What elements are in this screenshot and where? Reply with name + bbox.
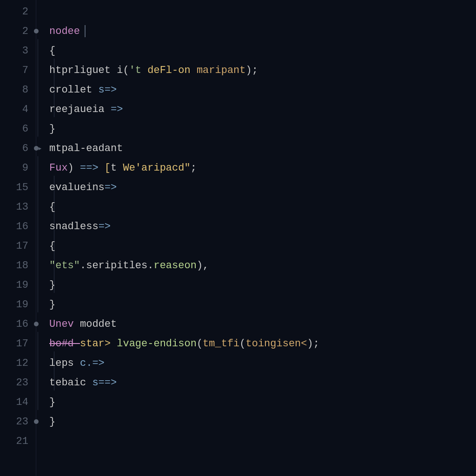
ident-token: reejaueia [49, 104, 105, 115]
paren-token: ( [123, 65, 129, 76]
ident-token: snadless [49, 221, 99, 232]
brace-token: } [49, 416, 55, 428]
gutter-row: 13 [0, 197, 36, 217]
gutter-row: 19 [0, 295, 36, 314]
code-line[interactable]: htprliguet i('t deFl-on maripant); [49, 60, 476, 80]
param-token: toingisen< [246, 338, 307, 350]
punct-token: ), [197, 260, 209, 271]
keyword-token: bo#d [49, 338, 80, 350]
code-line[interactable]: { [49, 236, 476, 256]
ident-token: evalueins [49, 182, 105, 193]
line-number: 2 [22, 26, 28, 37]
indent-guide [38, 39, 38, 137]
code-line[interactable] [49, 2, 476, 21]
code-line[interactable]: mtpal-eadant [49, 139, 476, 158]
ident-token: leps [49, 357, 74, 369]
code-line[interactable]: } [49, 119, 476, 139]
brace-token: } [49, 123, 55, 135]
line-number: 7 [22, 65, 28, 76]
code-line[interactable]: } [49, 412, 476, 431]
arrow-token: s=> [92, 84, 117, 96]
line-number: 18 [16, 260, 28, 271]
line-number: 2 [22, 6, 28, 18]
call-token: lvage-endison [117, 338, 197, 350]
keyword-token: Unev [49, 318, 80, 330]
line-number: 21 [16, 436, 28, 447]
code-line[interactable]: tebaic s==> [49, 373, 476, 392]
line-number: 9 [22, 162, 28, 174]
gutter-row: 12 [0, 353, 36, 373]
gutter: 2 2 3 7 8 4 6 6▸ 9 15 13 16 17 18 19 19 … [0, 0, 36, 476]
line-number: 17 [16, 338, 28, 350]
line-number: 12 [16, 357, 28, 369]
code-line[interactable]: reejaueia => [49, 99, 476, 119]
string-token: 't [129, 65, 148, 76]
line-number: 16 [16, 318, 28, 330]
line-number: 8 [22, 84, 28, 96]
paren-token: ( [239, 338, 245, 350]
bracket-token: [ [105, 162, 111, 174]
gutter-row: 8 [0, 80, 36, 99]
line-number: 15 [16, 182, 28, 193]
gutter-row: 4 [0, 99, 36, 119]
brace-token: } [49, 279, 55, 291]
text-token: i [111, 65, 123, 76]
code-line[interactable]: Fux) ==> [t We'aripacd"; [49, 158, 476, 178]
code-line[interactable]: } [49, 392, 476, 412]
gutter-row: 9 [0, 158, 36, 178]
cursor-icon [85, 25, 86, 37]
indent-guide [38, 156, 38, 312]
gutter-row: 18 [0, 256, 36, 275]
gutter-row: 23 [0, 412, 36, 431]
code-line[interactable]: bo#d star> lvage-endison(tm_tfi(toingise… [49, 334, 476, 353]
code-line[interactable]: { [49, 197, 476, 217]
code-line[interactable]: Unev moddet [49, 314, 476, 334]
arrow-token: => [105, 182, 117, 193]
code-line[interactable]: { [49, 41, 476, 60]
brace-token: } [49, 299, 55, 311]
code-line[interactable]: nodee [49, 21, 476, 41]
gutter-row: 23 [0, 373, 36, 392]
code-line[interactable]: evalueins=> [49, 178, 476, 197]
brace-token: { [49, 201, 55, 213]
code-area[interactable]: nodee { htprliguet i('t deFl-on maripant… [36, 0, 476, 476]
code-line[interactable] [49, 431, 476, 451]
gutter-row: 2 [0, 2, 36, 21]
keyword-token: Fux [49, 162, 68, 174]
line-number: 16 [16, 221, 28, 232]
gutter-row: 6▸ [0, 139, 36, 158]
arrow-token: c.=> [74, 357, 105, 369]
code-line[interactable]: "ets".seripitles.reaseon), [49, 256, 476, 275]
gutter-row: 17 [0, 334, 36, 353]
code-line[interactable]: crollet s=> [49, 80, 476, 99]
code-line[interactable]: leps c.=> [49, 353, 476, 373]
gutter-row: 19 [0, 275, 36, 295]
brace-token: { [49, 45, 55, 57]
line-number: 19 [16, 279, 28, 291]
line-number: 3 [22, 45, 28, 57]
ident-token: moddet [80, 318, 117, 330]
code-line[interactable]: snadless=> [49, 217, 476, 236]
punct-token: ); [307, 338, 319, 350]
gutter-row: 7 [0, 60, 36, 80]
param-token: maripant [197, 65, 246, 76]
line-number: 6 [22, 123, 28, 135]
text-token: t [111, 162, 123, 174]
member-token: .seripitles. [80, 260, 153, 271]
string-token: We'aripacd" [123, 162, 190, 174]
code-line[interactable]: } [49, 275, 476, 295]
ident-token: star> [80, 338, 117, 350]
line-number: 13 [16, 201, 28, 213]
line-number: 23 [16, 377, 28, 389]
code-line[interactable]: } [49, 295, 476, 314]
punct-token: ); [246, 65, 258, 76]
brace-token: } [49, 397, 55, 408]
gutter-row: 15 [0, 178, 36, 197]
keyword-token: nodee [49, 26, 80, 37]
line-number: 17 [16, 240, 28, 252]
code-editor[interactable]: 2 2 3 7 8 4 6 6▸ 9 15 13 16 17 18 19 19 … [0, 0, 476, 476]
line-number: 6 [22, 143, 28, 154]
line-number: 23 [16, 416, 28, 428]
brace-token: { [49, 240, 55, 252]
paren-token: ) [68, 162, 74, 174]
